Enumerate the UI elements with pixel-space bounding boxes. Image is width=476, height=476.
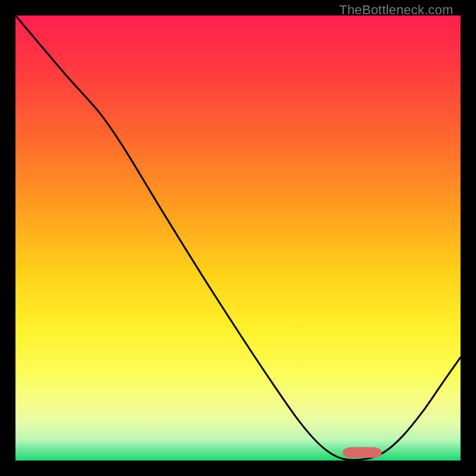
chart-stage: TheBottleneck.com xyxy=(0,0,476,476)
optimal-range-marker xyxy=(343,447,382,458)
chart-svg xyxy=(0,0,476,476)
plot-background-gradient xyxy=(15,15,461,461)
